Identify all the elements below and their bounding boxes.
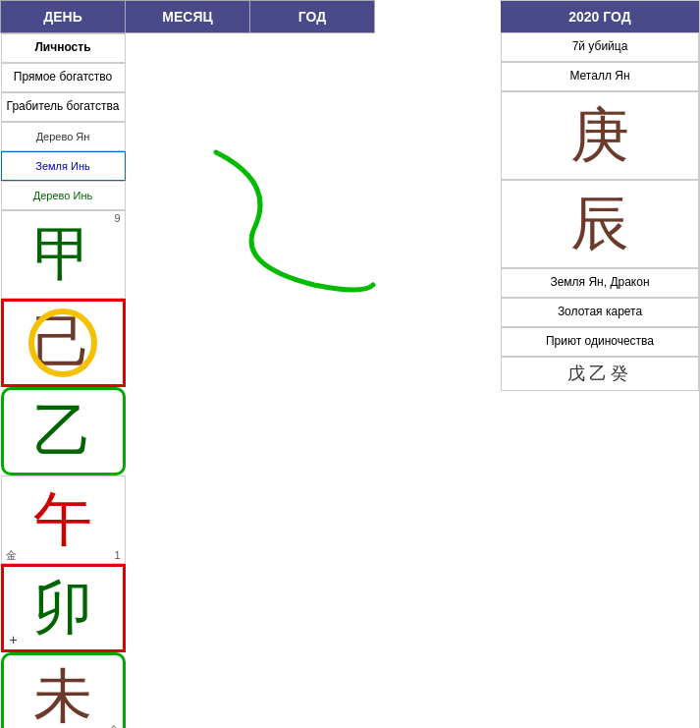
cell-day-element: Дерево Ян — [1, 122, 126, 151]
cell-month-element: Земля Инь — [1, 151, 126, 181]
cell-day-stem: 甲 9 — [1, 210, 126, 299]
char-yi: 乙 — [33, 402, 92, 461]
sidebar-metal-yang: Металл Ян — [501, 62, 699, 91]
sidebar-stem-char: 庚 — [501, 91, 699, 180]
char-ji: 己 — [33, 313, 92, 372]
cell-month-title: Прямое богатство — [1, 63, 126, 92]
symbol-jin: 金 — [6, 550, 17, 561]
sidebar-small-chars: 戊乙癸 — [501, 357, 699, 391]
cell-month-branch: 卯 + — [1, 564, 126, 652]
char-jia: 甲 — [33, 225, 92, 284]
plus-sign: + — [10, 633, 18, 646]
sidebar-7killer: 7й убийца — [501, 32, 699, 62]
sidebar-title: 2020 ГОД — [501, 1, 699, 32]
cell-year-stem: 乙 — [1, 387, 126, 476]
cell-month-stem: 己 — [1, 299, 126, 387]
char-mao: 卯 — [33, 579, 92, 638]
sidebar-golden-carriage: Золотая карета — [501, 298, 699, 327]
header-year: ГОД — [250, 1, 375, 33]
cell-day-branch: 午 金 1 — [1, 476, 126, 564]
header-month: МЕСЯЦ — [126, 1, 250, 33]
num-1: 1 — [114, 550, 120, 561]
char-wu: 午 — [33, 490, 92, 549]
sidebar-branch-char: 辰 — [501, 180, 699, 268]
num-9: 9 — [114, 213, 120, 224]
char-wei: 未 — [33, 667, 92, 726]
cell-day-title: Личность — [1, 33, 126, 63]
header-day: ДЕНЬ — [1, 1, 126, 33]
cell-year-title: Грабитель богатства — [1, 92, 126, 122]
sidebar-earth-yang-dragon: Земля Ян, Дракон — [501, 268, 699, 298]
sidebar: 2020 ГОД 7й убийца Металл Ян 庚 辰 Земля Я… — [501, 0, 700, 728]
sidebar-solitude: Приют одиночества — [501, 327, 699, 357]
cell-year-element: Дерево Инь — [1, 181, 126, 210]
cell-year-branch: 未 金 — [1, 652, 126, 728]
